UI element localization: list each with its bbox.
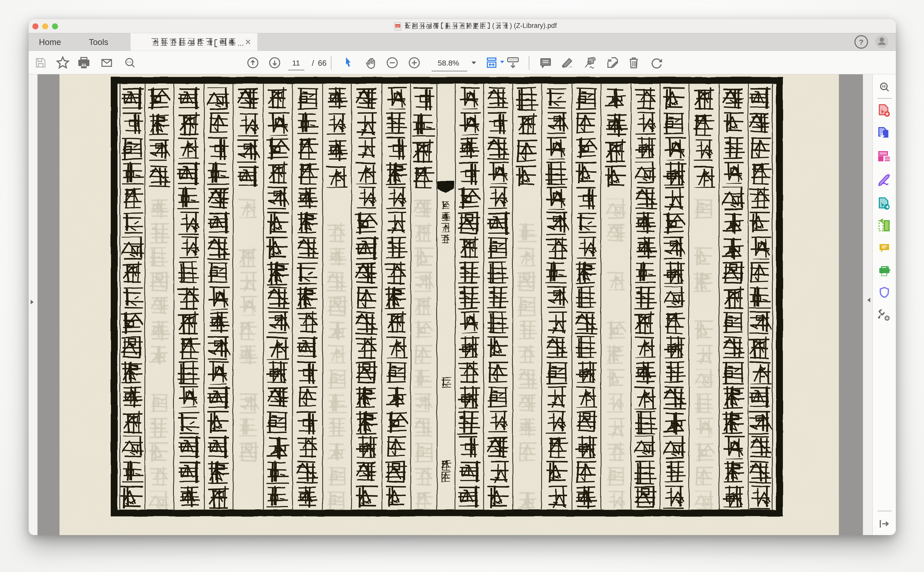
svg-text:?: ?	[859, 38, 863, 46]
svg-text:58.8%: 58.8%	[438, 59, 459, 67]
svg-text:PDF: PDF	[396, 25, 400, 27]
svg-text:Tools: Tools	[89, 37, 108, 47]
svg-text:11: 11	[292, 59, 300, 67]
svg-text:) (Z-Library).pdf: ) (Z-Library).pdf	[510, 22, 557, 30]
svg-text:Home: Home	[39, 37, 61, 47]
svg-text:66: 66	[318, 59, 326, 68]
svg-text:...: ...	[238, 39, 244, 47]
svg-text:(: (	[492, 22, 494, 30]
svg-text:/: /	[312, 59, 314, 68]
